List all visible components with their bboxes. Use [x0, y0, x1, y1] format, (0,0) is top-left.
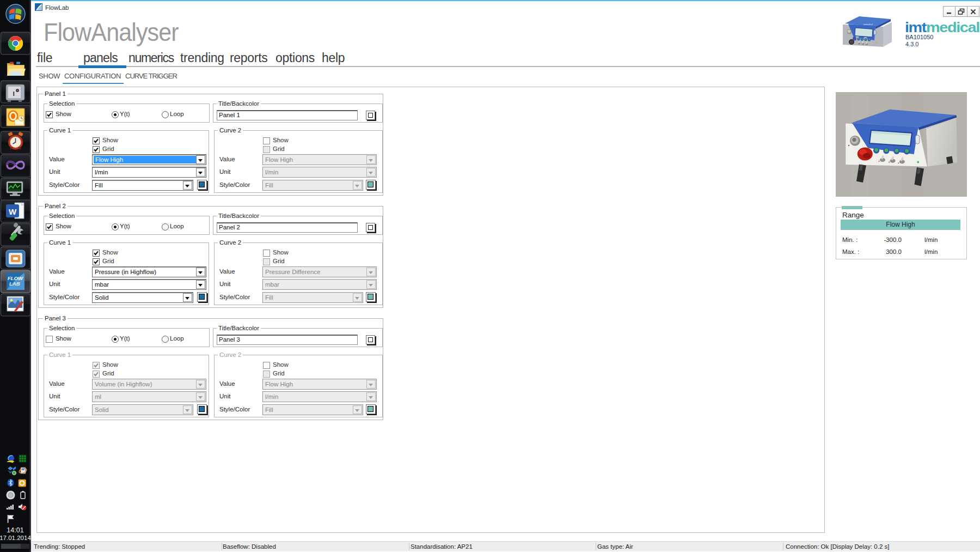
svg-text:W: W	[9, 207, 17, 216]
svg-text:17.01.2014: 17.01.2014	[0, 535, 31, 541]
svg-text:imtmedical: imtmedical	[863, 23, 873, 26]
svg-text:14:01: 14:01	[7, 526, 23, 534]
svg-text:LAB: LAB	[9, 281, 20, 287]
